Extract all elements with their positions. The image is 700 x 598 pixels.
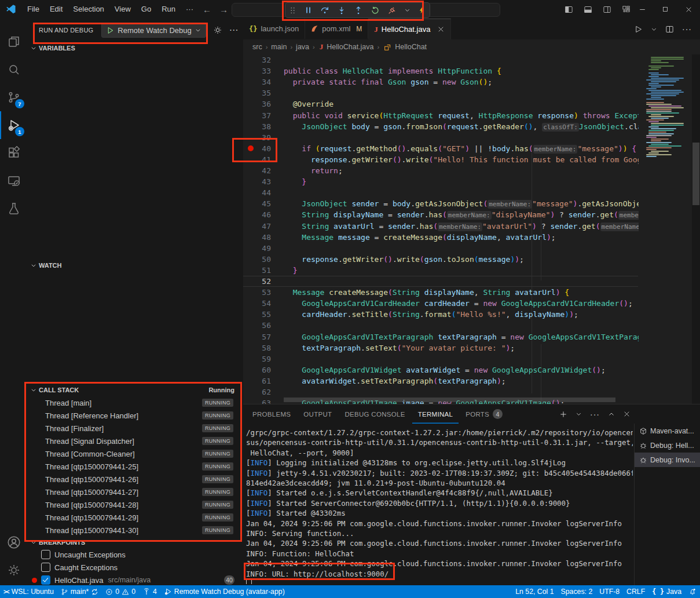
code-line-56[interactable]: 56 bbox=[243, 320, 643, 331]
breakpoint-row[interactable]: Caught Exceptions bbox=[27, 561, 243, 574]
editor-vertical-scrollbar[interactable] bbox=[692, 143, 699, 205]
code-line-49[interactable]: 49 bbox=[243, 243, 643, 254]
code-line-44[interactable]: 44 bbox=[243, 187, 643, 198]
activity-explorer[interactable] bbox=[0, 28, 27, 56]
status-item[interactable]: CRLF bbox=[623, 585, 648, 598]
code-line-37[interactable]: 37 public void service(HttpRequest reque… bbox=[243, 110, 643, 121]
tab-launch-json[interactable]: {}launch.json bbox=[243, 19, 305, 39]
status-item[interactable]: UTF-8 bbox=[596, 585, 623, 598]
variables-section-header[interactable]: VARIABLES bbox=[27, 42, 243, 54]
code-line-53[interactable]: 53 Message createMessage(String displayN… bbox=[243, 287, 643, 298]
activity-extensions[interactable] bbox=[0, 139, 27, 167]
tab-hellochat-java[interactable]: JHelloChat.java bbox=[368, 19, 451, 39]
panel-bottom-icon[interactable] bbox=[584, 5, 592, 14]
code-line-62[interactable]: 62 bbox=[243, 386, 643, 398]
status-item[interactable]: 4 bbox=[139, 585, 160, 598]
code-line-46[interactable]: 46 String displayName = sender.has(membe… bbox=[243, 209, 643, 220]
menu-view[interactable]: View bbox=[109, 0, 136, 19]
disconnect-icon[interactable] bbox=[387, 6, 397, 15]
close-icon[interactable] bbox=[623, 410, 631, 418]
play-outline-icon[interactable] bbox=[634, 25, 643, 34]
breadcrumb[interactable]: src›main›java›JHelloChat.java›HelloChat bbox=[243, 39, 700, 54]
panel-tab-problems[interactable]: PROBLEMS bbox=[247, 404, 296, 424]
breakpoints-section-header[interactable]: BREAKPOINTS bbox=[27, 537, 243, 548]
thread-row[interactable]: Thread [Finalizer]RUNNING bbox=[27, 422, 243, 435]
code-line-54[interactable]: 54 GoogleAppsCardV1CardHeader cardHeader… bbox=[243, 298, 643, 309]
status-item[interactable]: ><WSL: Ubuntu bbox=[0, 585, 57, 598]
status-item[interactable]: main* bbox=[57, 585, 102, 598]
launch-config-dropdown[interactable]: Remote Watch Debug bbox=[101, 23, 206, 38]
activity-testing[interactable] bbox=[0, 195, 27, 223]
restart-icon[interactable] bbox=[371, 6, 380, 15]
breadcrumb-item[interactable]: java bbox=[296, 43, 309, 51]
panel-tab-ports[interactable]: PORTS4 bbox=[460, 404, 508, 424]
code-line-61[interactable]: 61 avatarWidget.setTextParagraph(textPar… bbox=[243, 375, 643, 386]
code-line-36[interactable]: 36 @Override bbox=[243, 99, 643, 110]
code-editor[interactable]: 3233public class HelloChat implements Ht… bbox=[243, 54, 643, 404]
breakpoint-checkbox[interactable] bbox=[41, 563, 50, 572]
code-line-48[interactable]: 48 Message message = createMessage(displ… bbox=[243, 232, 643, 243]
code-line-42[interactable]: 42 return; bbox=[243, 165, 643, 176]
ellipsis-icon[interactable]: ··· bbox=[682, 24, 692, 34]
breadcrumb-item[interactable]: HelloChat bbox=[395, 43, 427, 51]
code-line-34[interactable]: 34 private static final Gson gson = new … bbox=[243, 76, 643, 87]
code-line-35[interactable]: 35 bbox=[243, 87, 643, 99]
code-line-33[interactable]: 33public class HelloChat implements Http… bbox=[243, 65, 643, 76]
thread-row[interactable]: Thread [Signal Dispatcher]RUNNING bbox=[27, 435, 243, 447]
status-item[interactable]: 00 bbox=[102, 585, 139, 598]
call-stack-section-header[interactable]: CALL STACK Running bbox=[27, 384, 243, 396]
terminal-instance-debug-hell-[interactable]: Debug: Hell... bbox=[635, 438, 700, 453]
step-into-icon[interactable] bbox=[337, 6, 346, 15]
nav-forward-icon[interactable]: → bbox=[215, 5, 232, 14]
panel-tab-output[interactable]: OUTPUT bbox=[298, 404, 338, 424]
breakpoint-row[interactable]: HelloChat.javasrc/main/java40 bbox=[27, 574, 243, 585]
thread-row[interactable]: Thread [qtp1500079441-27]RUNNING bbox=[27, 486, 243, 498]
status-item[interactable]: Spaces: 2 bbox=[558, 585, 596, 598]
panel-tab-debug-console[interactable]: DEBUG CONSOLE bbox=[339, 404, 411, 424]
code-line-60[interactable]: 60 GoogleAppsCardV1Widget avatarWidget =… bbox=[243, 364, 643, 375]
split-icon[interactable] bbox=[665, 25, 674, 34]
terminal-output[interactable]: /grpc/grpc-context/1.27.2/grpc-context-1… bbox=[246, 426, 633, 584]
panel-right-icon[interactable] bbox=[603, 5, 611, 14]
menu-[interactable]: ··· bbox=[181, 0, 199, 19]
breakpoint-checkbox[interactable] bbox=[41, 550, 50, 559]
breadcrumb-item[interactable]: main bbox=[271, 43, 287, 51]
step-out-icon[interactable] bbox=[354, 6, 363, 15]
thread-row[interactable]: Thread [qtp1500079441-29]RUNNING bbox=[27, 511, 243, 524]
breadcrumb-item[interactable]: src bbox=[252, 43, 262, 51]
code-line-59[interactable]: 59 bbox=[243, 353, 643, 364]
menu-selection[interactable]: Selection bbox=[68, 0, 109, 19]
sidebar-more-icon[interactable]: ··· bbox=[229, 25, 239, 35]
watch-section-header[interactable]: WATCH bbox=[27, 260, 243, 271]
menu-go[interactable]: Go bbox=[136, 0, 156, 19]
tab-close-icon[interactable] bbox=[437, 25, 445, 33]
code-line-32[interactable]: 32 bbox=[243, 54, 643, 65]
breakpoint-row[interactable]: Uncaught Exceptions bbox=[27, 548, 243, 561]
code-line-39[interactable]: 39 bbox=[243, 132, 643, 143]
thread-row[interactable]: Thread [Reference Handler]RUNNING bbox=[27, 409, 243, 422]
step-over-icon[interactable] bbox=[320, 6, 329, 15]
activity-settings[interactable] bbox=[0, 556, 27, 584]
code-line-52[interactable]: 52 bbox=[243, 276, 643, 287]
breakpoint-checkbox[interactable] bbox=[41, 575, 50, 585]
code-line-40[interactable]: 40 if (request.getMethod().equals("GET")… bbox=[243, 143, 643, 154]
pause-icon[interactable] bbox=[304, 6, 313, 14]
status-item[interactable]: { }Java bbox=[648, 585, 685, 598]
menu-file[interactable]: File bbox=[22, 0, 45, 19]
gear-icon[interactable] bbox=[213, 25, 222, 35]
activity-search[interactable] bbox=[0, 56, 27, 83]
status-item[interactable]: Remote Watch Debug (avatar-app) bbox=[160, 585, 288, 598]
code-line-41[interactable]: 41 response.getWriter().write("Hello! Th… bbox=[243, 154, 643, 165]
minimap[interactable] bbox=[643, 54, 692, 404]
chevron-down-icon[interactable] bbox=[651, 26, 657, 32]
code-line-43[interactable]: 43 } bbox=[243, 176, 643, 187]
code-line-47[interactable]: 47 String avatarUrl = sender.has(memberN… bbox=[243, 221, 643, 232]
code-line-38[interactable]: 38 JsonObject body = gson.fromJson(reque… bbox=[243, 121, 643, 132]
plus-icon[interactable] bbox=[559, 410, 567, 418]
menu-edit[interactable]: Edit bbox=[45, 0, 68, 19]
thread-row[interactable]: Thread [Common-Cleaner]RUNNING bbox=[27, 447, 243, 460]
close-icon[interactable] bbox=[677, 0, 700, 19]
code-line-45[interactable]: 45 JsonObject sender = body.getAsJsonObj… bbox=[243, 198, 643, 209]
thread-row[interactable]: Thread [qtp1500079441-28]RUNNING bbox=[27, 498, 243, 511]
activity-run-and-debug[interactable]: 1 bbox=[0, 111, 27, 139]
